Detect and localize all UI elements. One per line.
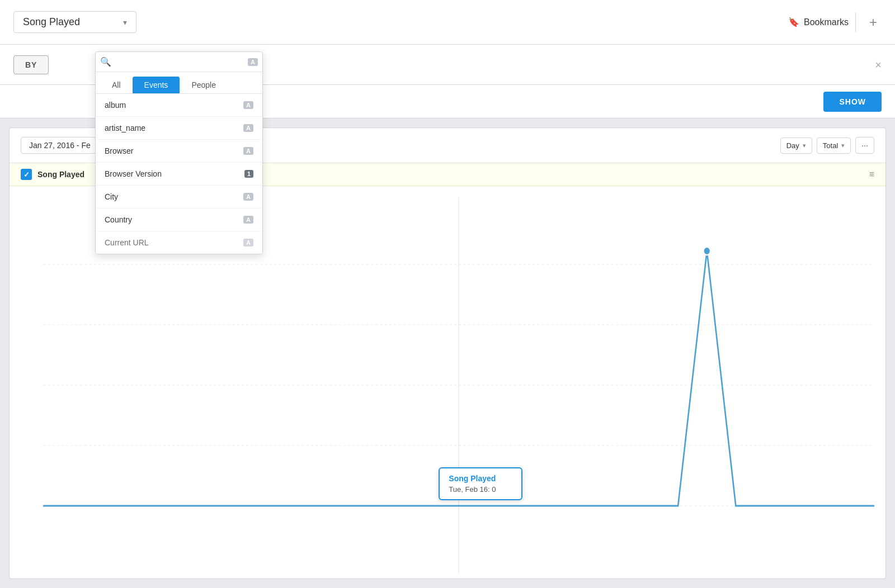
- filter-bar: BY 🔍 A All Events People album A artist_…: [0, 45, 895, 85]
- time-unit-label: Day: [786, 141, 799, 150]
- alpha-badge: A: [243, 124, 253, 132]
- tooltip-title: Song Played: [449, 474, 512, 483]
- list-item[interactable]: Browser Version 1: [96, 163, 262, 186]
- filter-icon[interactable]: ≡: [869, 169, 874, 179]
- top-bar: Song Played ▾ 🔖 Bookmarks +: [0, 0, 895, 45]
- aggregation-label: Total: [823, 141, 838, 150]
- dropdown-search-input[interactable]: [115, 58, 244, 67]
- bookmarks-button[interactable]: 🔖 Bookmarks: [781, 12, 856, 32]
- time-unit-select[interactable]: Day ▾: [780, 137, 812, 154]
- search-icon: 🔍: [100, 56, 111, 67]
- aggregation-select[interactable]: Total ▾: [817, 137, 851, 154]
- property-dropdown: 🔍 A All Events People album A artist_nam…: [95, 51, 263, 254]
- list-item[interactable]: album A: [96, 94, 262, 117]
- property-label: Browser Version: [105, 169, 162, 178]
- date-range-button[interactable]: Jan 27, 2016 - Fe: [21, 137, 99, 154]
- svg-point-7: [704, 247, 710, 255]
- more-options-button[interactable]: ···: [855, 137, 874, 154]
- event-label: Song Played: [37, 170, 84, 179]
- event-dropdown-label: Song Played: [23, 16, 80, 28]
- property-label: album: [105, 101, 126, 110]
- close-icon[interactable]: ×: [875, 58, 882, 71]
- chevron-down-icon: ▾: [841, 142, 845, 149]
- list-item[interactable]: Browser A: [96, 140, 262, 163]
- list-item[interactable]: City A: [96, 186, 262, 208]
- chevron-down-icon: ▾: [803, 142, 806, 149]
- alpha-badge: A: [243, 147, 253, 155]
- property-label: City: [105, 192, 118, 201]
- num-badge: 1: [244, 170, 253, 178]
- alpha-badge: A: [248, 58, 258, 66]
- by-button[interactable]: BY: [13, 55, 49, 74]
- alpha-badge: A: [243, 193, 253, 201]
- tab-people[interactable]: People: [180, 77, 228, 93]
- chart-controls: Day ▾ Total ▾ ···: [780, 137, 874, 154]
- tooltip-text: Tue, Feb 16: 0: [449, 485, 512, 494]
- event-dropdown[interactable]: Song Played ▾: [13, 11, 136, 33]
- list-item[interactable]: Country A: [96, 208, 262, 231]
- tab-all[interactable]: All: [100, 77, 133, 93]
- list-item[interactable]: Current URL A: [96, 231, 262, 254]
- chevron-down-icon: ▾: [123, 18, 127, 27]
- tab-events[interactable]: Events: [133, 77, 180, 93]
- list-item[interactable]: artist_name A: [96, 117, 262, 140]
- add-button[interactable]: +: [865, 10, 882, 35]
- bookmarks-label: Bookmarks: [804, 17, 849, 27]
- property-label: Country: [105, 215, 132, 224]
- property-label: Current URL: [105, 238, 149, 247]
- top-bar-right: 🔖 Bookmarks +: [781, 10, 882, 35]
- property-label: Browser: [105, 146, 133, 155]
- show-button[interactable]: SHOW: [823, 92, 882, 112]
- search-row: 🔍 A: [96, 52, 262, 72]
- event-checkbox[interactable]: [21, 169, 32, 180]
- bookmark-icon: 🔖: [788, 17, 799, 27]
- alpha-badge: A: [243, 239, 253, 246]
- alpha-badge: A: [243, 216, 253, 224]
- property-list: album A artist_name A Browser A Browser …: [96, 94, 262, 254]
- property-label: artist_name: [105, 124, 145, 132]
- filter-tabs: All Events People: [96, 72, 262, 94]
- alpha-badge: A: [243, 101, 253, 109]
- chart-tooltip: Song Played Tue, Feb 16: 0: [439, 467, 522, 500]
